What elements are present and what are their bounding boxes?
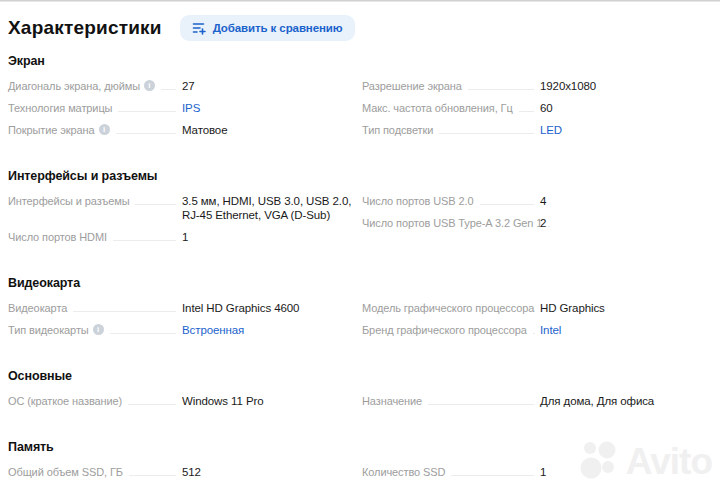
- dotted-leader: [128, 394, 176, 405]
- spec-value: 27: [182, 79, 195, 93]
- compare-button-label: Добавить к сравнению: [213, 22, 343, 34]
- section-memory: Память Общий объем SSD, ГБ 512 Тип накоп…: [8, 440, 712, 489]
- compare-add-icon: [192, 21, 206, 35]
- spec-value: HD Graphics: [540, 301, 605, 315]
- spec-value: 3.5 мм, HDMI, USB 3.0, USB 2.0, RJ-45 Et…: [182, 194, 358, 222]
- spec-label: Тип видеокарты: [8, 323, 89, 337]
- spec-value: Для дома, Для офиса: [540, 394, 654, 408]
- dotted-leader: [548, 216, 550, 227]
- section-screen: Экран Диагональ экрана, дюймыi 27 Технол…: [8, 54, 712, 145]
- spec-row: Покрытие экранаi Матовое: [8, 123, 358, 137]
- spec-value: 1: [182, 230, 188, 244]
- spec-column-left: Видеокарта Intel HD Graphics 4600 Тип ви…: [8, 301, 362, 345]
- spec-value: 1920x1080: [540, 79, 596, 93]
- spec-value: Матовое: [182, 123, 227, 137]
- spec-column-left: Диагональ экрана, дюймыi 27 Технология м…: [8, 79, 362, 145]
- spec-row: Разрешение экрана 1920x1080: [362, 79, 712, 93]
- spec-label: Покрытие экрана: [8, 123, 95, 137]
- spec-label: Назначение: [362, 394, 422, 408]
- spec-label: Видеокарта: [8, 301, 67, 315]
- spec-row: ОС (краткое название) Windows 11 Pro: [8, 394, 358, 408]
- spec-value: 60: [540, 101, 553, 115]
- section-title: Видеокарта: [8, 276, 712, 291]
- spec-value: 1: [540, 465, 546, 479]
- spec-column-right: Количество SSD 1: [362, 465, 712, 487]
- spec-row: Бренд графического процессора Intel: [362, 323, 712, 337]
- dotted-leader: [533, 323, 535, 334]
- section-title: Основные: [8, 369, 712, 384]
- spec-label: Технология матрицы: [8, 101, 112, 115]
- spec-label: Число портов HDMI: [8, 230, 107, 244]
- header: Характеристики Добавить к сравнению: [8, 14, 712, 42]
- add-to-compare-button[interactable]: Добавить к сравнению: [180, 15, 355, 41]
- spec-row: Назначение Для дома, Для офиса: [362, 394, 712, 408]
- spec-value: 512: [182, 465, 201, 479]
- spec-value-link[interactable]: Intel: [540, 323, 561, 337]
- dotted-leader: [161, 79, 176, 90]
- dotted-leader: [451, 465, 534, 476]
- spec-column-right: Назначение Для дома, Для офиса: [362, 394, 712, 416]
- section-title: Память: [8, 440, 712, 455]
- dotted-leader: [468, 79, 534, 90]
- dotted-leader: [113, 230, 176, 241]
- dotted-leader: [135, 194, 176, 205]
- spec-row: Интерфейсы и разъемы 3.5 мм, HDMI, USB 3…: [8, 194, 358, 222]
- spec-label: Диагональ экрана, дюймы: [8, 79, 140, 93]
- section-interfaces: Интерфейсы и разъемы Интерфейсы и разъем…: [8, 169, 712, 252]
- dotted-leader: [118, 101, 176, 112]
- spec-label: Модель графического процессора: [362, 301, 534, 315]
- spec-label: Бренд графического процессора: [362, 323, 527, 337]
- section-videocard: Видеокарта Видеокарта Intel HD Graphics …: [8, 276, 712, 345]
- spec-value: Intel HD Graphics 4600: [182, 301, 299, 315]
- info-icon[interactable]: i: [144, 80, 155, 91]
- info-icon[interactable]: i: [93, 324, 104, 335]
- spec-row: Тип подсветки LED: [362, 123, 712, 137]
- spec-row: Видеокарта Intel HD Graphics 4600: [8, 301, 358, 315]
- spec-label: Число портов USB Type-A 3.2 Gen 1: [362, 216, 542, 230]
- spec-value-link[interactable]: Встроенная: [182, 323, 244, 337]
- spec-row: Количество SSD 1: [362, 465, 712, 479]
- dotted-leader: [519, 101, 534, 112]
- section-general: Основные ОС (краткое название) Windows 1…: [8, 369, 712, 416]
- dotted-leader: [129, 465, 176, 476]
- characteristics-panel: Характеристики Добавить к сравнению Экра…: [0, 2, 720, 489]
- spec-label: Число портов USB 2.0: [362, 194, 474, 208]
- page-title: Характеристики: [8, 17, 162, 39]
- spec-label: Разрешение экрана: [362, 79, 462, 93]
- dotted-leader: [116, 123, 176, 134]
- info-icon[interactable]: i: [99, 124, 110, 135]
- spec-label: Тип подсветки: [362, 123, 433, 137]
- spec-row: Число портов USB Type-A 3.2 Gen 1 2: [362, 216, 712, 230]
- spec-row: Диагональ экрана, дюймыi 27: [8, 79, 358, 93]
- spec-column-right: Разрешение экрана 1920x1080 Макс. частот…: [362, 79, 712, 145]
- spec-row: Число портов USB 2.0 4: [362, 194, 712, 208]
- spec-value: 2: [540, 216, 546, 230]
- section-title: Экран: [8, 54, 712, 69]
- spec-label: Количество SSD: [362, 465, 445, 479]
- spec-label: Интерфейсы и разъемы: [8, 194, 129, 208]
- spec-column-left: ОС (краткое название) Windows 11 Pro: [8, 394, 362, 416]
- dotted-leader: [73, 301, 176, 312]
- dotted-leader: [480, 194, 534, 205]
- spec-label: Макс. частота обновления, Гц: [362, 101, 513, 115]
- spec-row: Модель графического процессора HD Graphi…: [362, 301, 712, 315]
- section-title: Интерфейсы и разъемы: [8, 169, 712, 184]
- spec-row: Число портов HDMI 1: [8, 230, 358, 244]
- dotted-leader: [428, 394, 534, 405]
- spec-label: Общий объем SSD, ГБ: [8, 465, 123, 479]
- spec-value: Windows 11 Pro: [182, 394, 263, 408]
- spec-value-link[interactable]: LED: [540, 123, 562, 137]
- spec-row: Макс. частота обновления, Гц 60: [362, 101, 712, 115]
- spec-value: 4: [540, 194, 546, 208]
- dotted-leader: [110, 323, 176, 334]
- spec-value-link[interactable]: IPS: [182, 101, 200, 115]
- spec-row: Тип видеокартыi Встроенная: [8, 323, 358, 337]
- spec-column-right: Число портов USB 2.0 4 Число портов USB …: [362, 194, 712, 238]
- spec-label: ОС (краткое название): [8, 394, 122, 408]
- spec-row: Технология матрицы IPS: [8, 101, 358, 115]
- dotted-leader: [439, 123, 534, 134]
- spec-row: Общий объем SSD, ГБ 512: [8, 465, 358, 479]
- spec-column-right: Модель графического процессора HD Graphi…: [362, 301, 712, 345]
- spec-column-left: Интерфейсы и разъемы 3.5 мм, HDMI, USB 3…: [8, 194, 362, 252]
- spec-column-left: Общий объем SSD, ГБ 512 Тип накопителя S…: [8, 465, 362, 489]
